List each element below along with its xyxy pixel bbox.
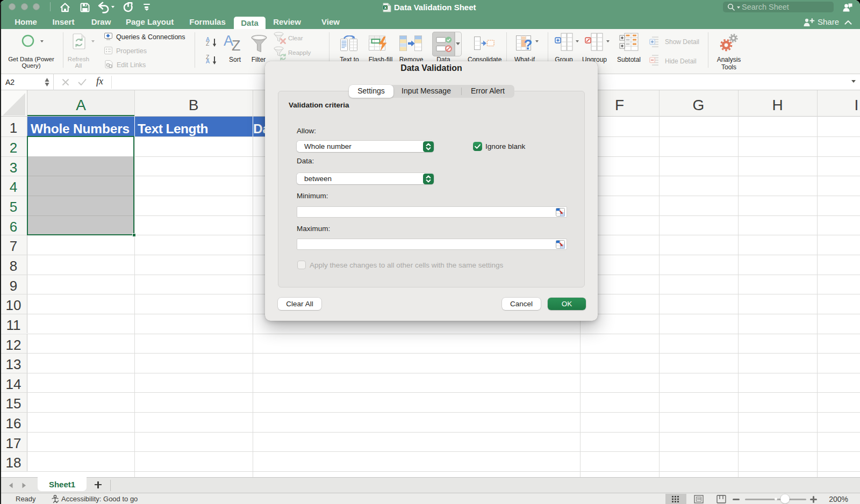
svg-text:X: X (384, 5, 386, 10)
svg-text:?: ? (524, 37, 533, 53)
